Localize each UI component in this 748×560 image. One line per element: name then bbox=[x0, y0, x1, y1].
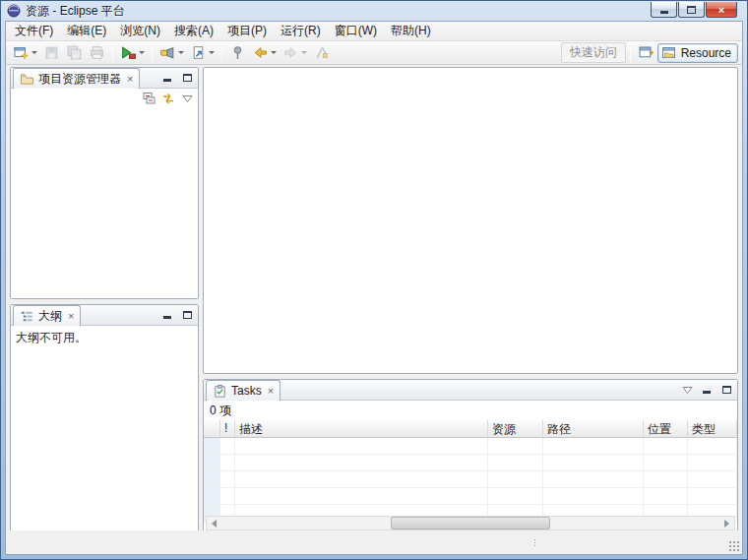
tab-outline[interactable]: 大纲 × bbox=[13, 305, 81, 326]
maximize-icon bbox=[722, 386, 731, 394]
forward-button[interactable] bbox=[280, 43, 310, 63]
tab-project-explorer[interactable]: 项目资源管理器 × bbox=[13, 68, 140, 89]
window-title: 资源 - Eclipse 平台 bbox=[26, 3, 125, 20]
open-perspective-icon bbox=[638, 44, 654, 61]
chevron-down-icon bbox=[301, 51, 307, 54]
resource-perspective-button[interactable]: Resource bbox=[657, 43, 738, 63]
external-tools-button[interactable] bbox=[117, 43, 148, 63]
window-client-area: 文件(F)编辑(E)浏览(N)搜索(A)项目(P)运行(R)窗口(W)帮助(H) bbox=[5, 21, 743, 555]
print-icon bbox=[89, 44, 105, 61]
view-menu-icon bbox=[682, 386, 693, 395]
tab-tasks[interactable]: Tasks × bbox=[206, 380, 280, 401]
new-wizard-icon bbox=[13, 44, 30, 61]
view-menu-button[interactable] bbox=[180, 93, 194, 104]
horizontal-scrollbar[interactable] bbox=[206, 516, 735, 530]
tasks-table: ! 描述 资源 路径 位置 类型 bbox=[204, 420, 737, 522]
outline-icon bbox=[20, 309, 34, 324]
tab-close-icon[interactable]: × bbox=[127, 73, 133, 85]
outline-unavailable-message: 大纲不可用。 bbox=[11, 326, 198, 350]
collapse-all-button[interactable] bbox=[143, 93, 156, 104]
project-explorer-toolbar bbox=[11, 89, 198, 108]
minimize-icon bbox=[703, 391, 711, 394]
tab-label: 大纲 bbox=[38, 308, 62, 325]
resize-grip[interactable] bbox=[728, 540, 740, 552]
scroll-thumb[interactable] bbox=[391, 517, 550, 529]
forward-arrow-icon bbox=[282, 44, 299, 61]
search-button[interactable] bbox=[156, 43, 187, 63]
status-bar bbox=[6, 530, 742, 554]
maximize-button[interactable] bbox=[678, 2, 705, 18]
minimize-panel-button[interactable] bbox=[160, 309, 174, 321]
column-header-description[interactable]: 描述 bbox=[235, 420, 488, 438]
menu-item[interactable]: 浏览(N) bbox=[113, 21, 167, 42]
maximize-panel-button[interactable] bbox=[719, 384, 733, 396]
view-menu-button[interactable] bbox=[680, 384, 694, 396]
maximize-icon bbox=[183, 74, 192, 82]
save-all-button[interactable] bbox=[63, 43, 86, 63]
scroll-left-button[interactable] bbox=[207, 517, 221, 529]
maximize-panel-button[interactable] bbox=[180, 309, 194, 321]
new-button[interactable] bbox=[10, 43, 40, 63]
eclipse-logo-icon bbox=[7, 4, 21, 18]
table-row bbox=[204, 488, 737, 505]
menu-item[interactable]: 项目(P) bbox=[220, 21, 274, 42]
toolbar-separator bbox=[630, 44, 631, 62]
last-edit-location-button[interactable] bbox=[310, 43, 333, 63]
column-header-location[interactable]: 位置 bbox=[644, 420, 688, 438]
save-button[interactable] bbox=[40, 43, 63, 63]
minimize-panel-button[interactable] bbox=[160, 72, 174, 84]
menu-item[interactable]: 窗口(W) bbox=[328, 21, 384, 42]
scroll-right-button[interactable] bbox=[719, 517, 734, 529]
menu-item[interactable]: 文件(F) bbox=[8, 21, 60, 42]
view-menu-icon bbox=[182, 94, 193, 103]
external-tools-icon bbox=[120, 44, 137, 61]
minimize-panel-button[interactable] bbox=[700, 384, 714, 396]
column-header-priority[interactable]: ! bbox=[220, 420, 235, 438]
project-explorer-tree bbox=[11, 108, 198, 298]
project-explorer-icon bbox=[20, 72, 34, 87]
column-header-path[interactable]: 路径 bbox=[543, 420, 644, 438]
quick-access-button[interactable]: 快速访问 bbox=[561, 42, 626, 63]
close-button[interactable]: × bbox=[706, 2, 737, 18]
maximize-panel-button[interactable] bbox=[180, 72, 194, 84]
table-row bbox=[204, 471, 737, 488]
maximize-icon bbox=[687, 6, 696, 14]
panel-controls bbox=[680, 384, 733, 396]
minimize-icon bbox=[163, 79, 171, 82]
print-button[interactable] bbox=[86, 43, 108, 63]
menu-item[interactable]: 搜索(A) bbox=[167, 21, 220, 42]
menu-item[interactable]: 运行(R) bbox=[274, 21, 328, 42]
tab-close-icon[interactable]: × bbox=[68, 310, 74, 322]
save-icon bbox=[43, 44, 60, 61]
column-header-blank[interactable] bbox=[204, 420, 220, 438]
outline-content: 大纲不可用。 bbox=[11, 326, 198, 533]
tasks-header: Tasks × bbox=[204, 380, 737, 401]
table-row bbox=[204, 455, 737, 471]
open-perspective-button[interactable] bbox=[635, 43, 657, 63]
title-bar[interactable]: 资源 - Eclipse 平台 × bbox=[1, 1, 747, 21]
next-annotation-button[interactable] bbox=[187, 43, 218, 63]
pin-icon bbox=[229, 44, 246, 61]
menu-item[interactable]: 帮助(H) bbox=[384, 21, 438, 42]
chevron-down-icon bbox=[139, 51, 145, 54]
arrow-left-icon bbox=[212, 520, 217, 528]
project-explorer-panel: 项目资源管理器 × bbox=[10, 67, 199, 299]
close-icon: × bbox=[718, 4, 724, 16]
tasks-content: 0 项 ! 描述 资源 路径 位置 类型 bbox=[204, 401, 737, 533]
tab-close-icon[interactable]: × bbox=[268, 385, 274, 397]
back-button[interactable] bbox=[249, 43, 280, 63]
pin-editor-button[interactable] bbox=[226, 43, 249, 63]
scroll-track[interactable] bbox=[221, 517, 719, 529]
link-with-editor-button[interactable] bbox=[161, 93, 175, 104]
window-trim-handle bbox=[533, 538, 536, 548]
outline-header: 大纲 × bbox=[11, 305, 198, 326]
column-header-type[interactable]: 类型 bbox=[688, 420, 737, 438]
minimize-button[interactable] bbox=[651, 2, 677, 18]
tasks-count: 0 项 bbox=[204, 401, 737, 420]
save-all-icon bbox=[66, 44, 83, 61]
back-arrow-icon bbox=[252, 44, 269, 61]
menu-item[interactable]: 编辑(E) bbox=[60, 21, 113, 42]
minimize-icon bbox=[660, 11, 668, 14]
resource-perspective-icon bbox=[661, 45, 677, 61]
column-header-resource[interactable]: 资源 bbox=[488, 420, 543, 438]
